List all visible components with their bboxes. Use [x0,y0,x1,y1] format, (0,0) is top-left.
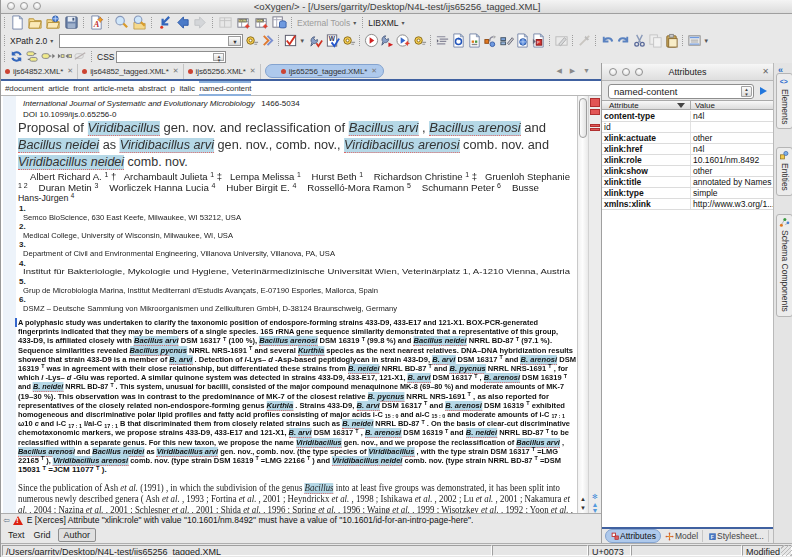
error-nav-icon[interactable]: ✻ [589,494,601,500]
attribute-row[interactable]: id [602,122,773,133]
open-resource-icon[interactable] [467,33,482,48]
mode-tab-text[interactable]: Text [6,530,27,540]
tab-close-icon[interactable]: ✕ [67,67,73,75]
combo-stepper-icon[interactable]: ▲▼ [213,53,224,61]
new-from-template-icon[interactable]: A [89,15,104,30]
dropdown-caret-icon[interactable]: ▾ [402,19,405,26]
document-content[interactable]: International Journal of Systematic and … [1,96,577,513]
libxml-menu[interactable]: LIBXML [368,18,398,28]
breadcrumb-item[interactable]: article-meta [93,83,134,94]
xpath-input[interactable]: ▼ [59,34,243,48]
taxon-name-highlight[interactable]: Bacillus arenosi [429,121,520,136]
editor-tab[interactable]: ijs64852.XML*✕ [1,64,78,79]
profiling-icon[interactable] [483,33,498,48]
dropdown-caret-icon[interactable]: ▼ [299,38,305,44]
undo-icon[interactable] [600,33,615,48]
css-select[interactable]: ▲▼ [116,51,226,63]
edit-attributes-icon[interactable] [554,33,569,48]
table-grid-icon[interactable] [218,15,233,30]
validate-settings-icon[interactable] [341,33,356,48]
no-tags-icon[interactable] [73,49,88,64]
side-tab-schema-components[interactable]: Schema Components [776,214,792,317]
window-layout-icon[interactable] [687,33,702,48]
apply-transformation-icon[interactable] [364,33,379,48]
skip-tags-icon[interactable] [57,49,72,64]
scrollbar-thumb[interactable] [579,98,587,138]
taxon-name-highlight[interactable]: Bacillus [305,483,334,494]
combo-dropdown-icon[interactable]: ▼ [228,36,241,46]
paste-icon[interactable] [664,33,679,48]
search-icon[interactable] [114,15,129,30]
new-document-icon[interactable] [10,15,25,30]
configure-transformation-icon[interactable] [380,33,395,48]
taxon-name-highlight[interactable]: Viridibacillus [88,121,160,136]
breadcrumb-item[interactable]: article [48,83,69,94]
xpath-run-icon[interactable] [260,33,275,48]
xpath-version-menu[interactable]: XPath 2.0 [10,36,47,46]
forward-arrow-icon[interactable] [193,15,208,30]
attributes-table-header[interactable]: Attribute Value [602,101,773,110]
format-indent-icon[interactable] [435,33,450,48]
breadcrumb-item[interactable]: #document [5,83,44,94]
tab-close-icon[interactable]: ✕ [250,67,256,75]
edit-scenario-icon[interactable] [499,33,514,48]
attribute-row[interactable]: xlink:typesimple [602,188,773,199]
refresh-css-icon[interactable] [9,49,24,64]
taxon-name-highlight[interactable]: Bacillus arvi [349,121,419,136]
error-marker[interactable] [590,109,600,115]
attribute-row[interactable]: xlink:titleannotated by Names ... [602,177,773,188]
grid-database-icon[interactable] [272,15,287,30]
grid-xslt-star-icon[interactable]: XSLT [236,15,251,30]
validation-scenario-icon[interactable] [309,33,324,48]
dropdown-caret-icon[interactable]: ▾ [50,37,53,44]
editor-tab[interactable]: ijs64852_tagged.XML*✕ [78,64,183,79]
open-folder-icon[interactable] [28,15,43,30]
back-arrow-icon[interactable] [175,15,190,30]
panel-tab-stylesheet[interactable]: FStylesheet... [703,530,769,542]
breadcrumb-item[interactable]: italic [179,83,194,94]
pin-icon[interactable] [577,33,592,48]
cut-icon[interactable] [632,33,647,48]
tab-close-icon[interactable]: ✕ [371,67,377,75]
tags-icon[interactable] [25,49,40,64]
goto-error-icon[interactable]: ⇦ [3,516,10,525]
attribute-row[interactable]: xlink:hrefn4l [602,144,773,155]
grid-dcf-star-icon[interactable]: DCF [254,15,269,30]
tab-scroll-arrows[interactable]: ◀ ▶ ▼ [556,67,593,75]
attribute-row[interactable]: xlink:showother [602,166,773,177]
panel-close-icon[interactable]: ✕ [762,67,769,76]
side-tab-elements[interactable]: <>Elements [776,73,792,129]
attribute-row[interactable]: xlink:actuateother [602,133,773,144]
debug-transformation-icon[interactable] [396,33,411,48]
dropdown-caret-icon[interactable]: ▾ [353,19,356,26]
error-marker[interactable] [590,128,600,131]
breadcrumb-item[interactable]: p [171,83,175,94]
mode-tab-author[interactable]: Author [58,528,97,542]
combo-stepper[interactable]: ▲▼ [741,86,752,97]
copy-icon[interactable] [648,33,663,48]
go-to-last-edit-icon[interactable] [157,15,172,30]
editor-tab[interactable]: ijs65256.XML*✕ [184,64,261,79]
scroll-up-button[interactable]: ▲ [578,495,588,504]
attribute-row[interactable]: xlink:role10.1601/nm.8492 [602,155,773,166]
taxon-name-highlight[interactable]: Bacillus neidei [18,138,99,153]
open-url-icon[interactable] [46,15,61,30]
external-tools-menu[interactable]: External Tools [297,18,350,28]
dropdown-caret-icon[interactable]: ▼ [703,38,709,44]
validate-icon[interactable] [283,33,298,48]
xpath-settings-icon[interactable] [244,33,259,48]
side-tab-entities[interactable]: Entities [776,147,792,196]
attribute-row[interactable]: content-typen4l [602,111,773,122]
taxon-name-highlight[interactable]: Viridibacillus arvi [120,138,214,153]
spell-check-icon[interactable]: W [325,33,340,48]
breadcrumb-item[interactable]: front [73,83,89,94]
scroll-down-button[interactable]: ▼ [578,504,588,513]
redo-icon[interactable] [616,33,631,48]
taxon-name-highlight[interactable]: Viridibacillus neidei [18,155,124,170]
taxon-name-highlight[interactable]: Viridibacillus neidei [332,456,402,466]
error-marker[interactable] [590,124,600,127]
resize-grip[interactable] [781,545,792,556]
element-name-combo[interactable]: named-content ▲▼ [608,84,754,99]
vertical-scrollbar[interactable]: ▲ ▼ [577,96,588,513]
preview-browser-icon[interactable] [515,33,530,48]
